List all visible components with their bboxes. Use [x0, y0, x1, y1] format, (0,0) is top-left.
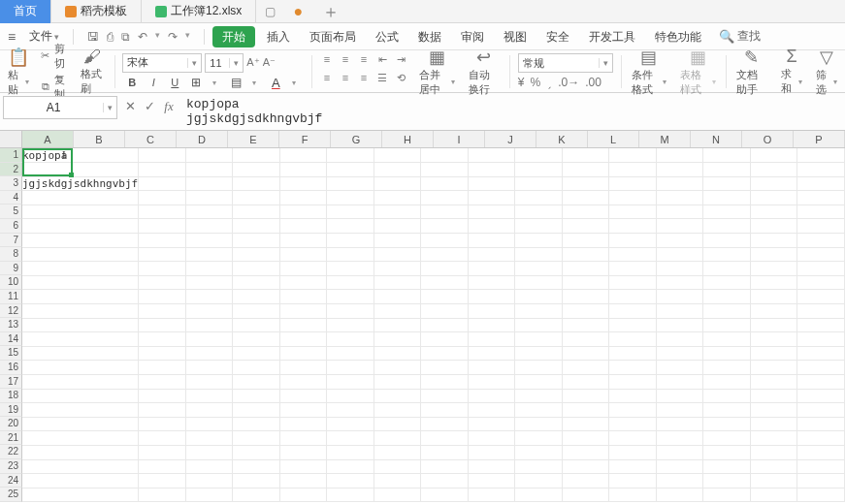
cell-E22[interactable]: [279, 445, 327, 459]
currency-icon[interactable]: ¥: [518, 76, 525, 89]
cell-P18[interactable]: [797, 389, 845, 403]
cell-M15[interactable]: [656, 346, 703, 361]
cell-A10[interactable]: [22, 275, 139, 290]
cell-G8[interactable]: [374, 247, 421, 262]
cell-B17[interactable]: [139, 375, 186, 390]
cell-O10[interactable]: [750, 275, 797, 290]
cell-F8[interactable]: [327, 247, 374, 262]
cell-D22[interactable]: [233, 445, 280, 459]
cell-K9[interactable]: [562, 262, 609, 276]
cell-K13[interactable]: [562, 318, 609, 332]
cell-P11[interactable]: [797, 290, 845, 304]
cell-N4[interactable]: [703, 191, 751, 205]
cell-J12[interactable]: [515, 304, 563, 319]
cell-D12[interactable]: [233, 304, 280, 319]
cell-L22[interactable]: [609, 445, 657, 459]
cell-C14[interactable]: [185, 332, 233, 347]
ribbon-tab-security[interactable]: 安全: [538, 23, 577, 50]
cell-P5[interactable]: [797, 205, 845, 219]
col-header-I[interactable]: I: [434, 131, 485, 147]
row-header-12[interactable]: 12: [0, 304, 22, 319]
cell-G23[interactable]: [374, 459, 421, 474]
tab-workbook[interactable]: 工作簿12.xlsx: [142, 0, 256, 23]
cell-P3[interactable]: [797, 176, 845, 191]
cell-G9[interactable]: [374, 262, 421, 276]
cell-P20[interactable]: [797, 417, 845, 431]
cell-H24[interactable]: [421, 474, 469, 488]
cell-O25[interactable]: [750, 488, 797, 502]
cell-A5[interactable]: [22, 205, 139, 219]
cell-C16[interactable]: [185, 361, 233, 375]
cell-G24[interactable]: [374, 474, 421, 488]
cell-C4[interactable]: [185, 191, 233, 205]
cell-F1[interactable]: [327, 148, 374, 163]
cell-D11[interactable]: [233, 290, 280, 304]
cell-A16[interactable]: [22, 361, 139, 375]
cell-I14[interactable]: [468, 332, 515, 347]
cell-L7[interactable]: [609, 234, 657, 248]
cell-I15[interactable]: [468, 346, 515, 361]
bold-button[interactable]: B: [124, 77, 140, 88]
cell-B4[interactable]: [139, 191, 186, 205]
paste-group[interactable]: 📋 粘贴▾: [4, 50, 33, 93]
cell-H22[interactable]: [421, 445, 469, 459]
col-header-L[interactable]: L: [588, 131, 639, 147]
cell-M20[interactable]: [656, 417, 703, 431]
cell-D15[interactable]: [233, 346, 280, 361]
cell-M3[interactable]: [656, 176, 703, 191]
cell-A4[interactable]: [22, 191, 139, 205]
cell-M4[interactable]: [656, 191, 703, 205]
cell-B23[interactable]: [139, 459, 186, 474]
cell-B14[interactable]: [139, 332, 186, 347]
cell-H13[interactable]: [421, 318, 469, 332]
cell-A11[interactable]: [22, 290, 139, 304]
cell-F15[interactable]: [327, 346, 374, 361]
cell-A9[interactable]: [22, 262, 139, 276]
cell-P9[interactable]: [797, 262, 845, 276]
cell-B2[interactable]: [139, 163, 186, 177]
cell-F12[interactable]: [327, 304, 374, 319]
cell-K17[interactable]: [562, 375, 609, 390]
chevron-down-icon[interactable]: ▾: [155, 30, 160, 44]
cell-F2[interactable]: [327, 163, 374, 177]
cell-E18[interactable]: [279, 389, 327, 403]
cell-H23[interactable]: [421, 459, 469, 474]
cell-K21[interactable]: [562, 431, 609, 446]
cell-I21[interactable]: [468, 431, 515, 446]
cell-O14[interactable]: [750, 332, 797, 347]
col-header-D[interactable]: D: [177, 131, 228, 147]
format-painter[interactable]: 🖌 格式刷: [77, 50, 108, 93]
cell-E24[interactable]: [279, 474, 327, 488]
align-right-icon[interactable]: ≡: [355, 72, 373, 89]
cell-F24[interactable]: [327, 474, 374, 488]
decrease-font-icon[interactable]: A⁻: [263, 56, 276, 69]
print-icon[interactable]: ⎙: [107, 30, 114, 44]
cell-P10[interactable]: [797, 275, 845, 290]
cell-E25[interactable]: [279, 488, 327, 502]
cell-E5[interactable]: [279, 205, 327, 219]
cell-O20[interactable]: [750, 417, 797, 431]
cell-E16[interactable]: [279, 361, 327, 375]
cell-E12[interactable]: [279, 304, 327, 319]
cell-H16[interactable]: [421, 361, 469, 375]
tab-home[interactable]: 首页: [0, 0, 51, 23]
cell-L5[interactable]: [609, 205, 657, 219]
cell-P6[interactable]: [797, 219, 845, 234]
row-header-3[interactable]: 3: [0, 176, 22, 191]
cell-N22[interactable]: [703, 445, 751, 459]
cell-K22[interactable]: [562, 445, 609, 459]
cell-A8[interactable]: [22, 247, 139, 262]
cell-G21[interactable]: [374, 431, 421, 446]
cell-M2[interactable]: [656, 163, 703, 177]
cell-N6[interactable]: [703, 219, 751, 234]
cell-F10[interactable]: [327, 275, 374, 290]
cell-P16[interactable]: [797, 361, 845, 375]
cell-C17[interactable]: [185, 375, 233, 390]
cell-J21[interactable]: [515, 431, 563, 446]
cell-K8[interactable]: [562, 247, 609, 262]
cell-B16[interactable]: [139, 361, 186, 375]
cell-D19[interactable]: [233, 403, 280, 418]
cell-O11[interactable]: [750, 290, 797, 304]
cell-O15[interactable]: [750, 346, 797, 361]
decimal-inc-icon[interactable]: .0→: [558, 76, 579, 89]
